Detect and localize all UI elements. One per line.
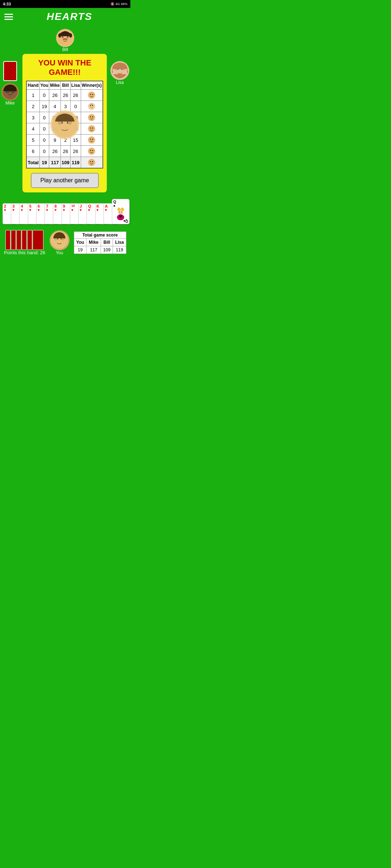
bill-top-area: Bill bbox=[0, 29, 130, 52]
mike-score: 4 bbox=[49, 101, 61, 112]
mike-card-back bbox=[3, 61, 17, 81]
status-bar: 4:33 🔇 4G 66% bbox=[0, 0, 130, 8]
hamburger-line2 bbox=[4, 16, 13, 17]
you-score: 0 bbox=[39, 90, 49, 101]
svg-point-28 bbox=[90, 139, 91, 140]
hand-num: 3 bbox=[26, 112, 39, 123]
lisa-score: 0 bbox=[70, 101, 81, 112]
svg-point-33 bbox=[88, 159, 95, 166]
bill-score: 26 bbox=[61, 146, 71, 157]
winner-cell bbox=[81, 101, 103, 112]
card-deck bbox=[5, 230, 44, 250]
table-row: 2 19 4 3 0 bbox=[26, 101, 103, 112]
deck-card-1 bbox=[5, 230, 10, 250]
svg-rect-51 bbox=[120, 217, 121, 218]
hand-num: 1 bbox=[26, 90, 39, 101]
card-qs[interactable]: Q ♠ Q♠ bbox=[112, 199, 130, 224]
you-score: 0 bbox=[39, 135, 49, 146]
center-content: YOU WIN THE GAME!!! Hand You Mike Bill L… bbox=[19, 54, 110, 192]
mike-name: Mike bbox=[5, 101, 14, 106]
score-panel: YOU WIN THE GAME!!! Hand You Mike Bill L… bbox=[22, 54, 107, 192]
svg-point-6 bbox=[69, 33, 72, 38]
deck-card-5 bbox=[27, 230, 32, 250]
col-winners: Winner(s) bbox=[81, 81, 103, 90]
mike-side-player: Mike bbox=[0, 54, 19, 106]
total-row: Total 19 117 109 119 bbox=[26, 157, 103, 169]
win-message: YOU WIN THE GAME!!! bbox=[26, 58, 103, 77]
play-again-button[interactable]: Play another game bbox=[31, 173, 99, 188]
you-name: You bbox=[56, 250, 63, 255]
app-title: HEARTS bbox=[13, 11, 126, 22]
mini-col-mike: Mike bbox=[87, 239, 101, 246]
header: HEARTS bbox=[0, 8, 130, 25]
bill-score: 26 bbox=[61, 90, 71, 101]
svg-point-27 bbox=[88, 136, 95, 144]
you-container: You bbox=[50, 230, 70, 255]
mike-score: 9 bbox=[49, 135, 61, 146]
svg-point-31 bbox=[90, 150, 91, 151]
mike-score: 26 bbox=[49, 90, 61, 101]
bill-name: Bill bbox=[62, 47, 68, 52]
mike-score: 26 bbox=[49, 112, 61, 123]
svg-point-15 bbox=[88, 92, 95, 99]
you-score: 0 bbox=[39, 146, 49, 157]
winner-cell bbox=[81, 123, 103, 135]
col-you: You bbox=[39, 81, 49, 90]
winner-cell bbox=[81, 146, 103, 157]
battery-icon: 66% bbox=[121, 2, 127, 6]
total-label: Total bbox=[26, 157, 39, 169]
svg-point-16 bbox=[90, 94, 91, 95]
bill-score: 26 bbox=[61, 112, 71, 123]
svg-point-26 bbox=[92, 128, 93, 129]
lisa-avatar bbox=[110, 61, 129, 80]
svg-point-25 bbox=[90, 128, 91, 129]
game-area: Bill bbox=[0, 25, 130, 196]
mini-score-bill: 109 bbox=[101, 246, 113, 254]
svg-point-29 bbox=[92, 139, 93, 140]
menu-button[interactable] bbox=[4, 14, 13, 20]
points-this-hand: Points this hand: 26 bbox=[4, 250, 45, 255]
score-table-container: Hand You Mike Bill Lisa Winner(s) 1 bbox=[26, 81, 103, 169]
bottom-section: Points this hand: 26 You Total game scor… bbox=[0, 227, 130, 258]
mini-score-mike: 117 bbox=[87, 246, 101, 254]
total-mike: 117 bbox=[49, 157, 61, 169]
svg-point-49 bbox=[121, 212, 122, 212]
signal-icon: 4G bbox=[115, 2, 120, 6]
bill-score: 3 bbox=[61, 101, 71, 112]
col-mike: Mike bbox=[49, 81, 61, 90]
lisa-score: 26 bbox=[70, 123, 81, 135]
mini-score-area: Total game score You Mike Bill Lisa 19 1… bbox=[74, 231, 127, 254]
mini-score-title: Total game score bbox=[74, 231, 127, 238]
col-hand: Hand bbox=[26, 81, 39, 90]
col-bill: Bill bbox=[61, 81, 71, 90]
winner-cell bbox=[81, 135, 103, 146]
winner-cell bbox=[81, 112, 103, 123]
total-winner-cell bbox=[81, 157, 103, 169]
svg-point-24 bbox=[88, 125, 95, 132]
svg-point-47 bbox=[118, 209, 123, 215]
you-score: 19 bbox=[39, 101, 49, 112]
mini-score-row: 19 117 109 119 bbox=[74, 246, 126, 254]
bill-score: 26 bbox=[61, 123, 71, 135]
score-table: Hand You Mike Bill Lisa Winner(s) 1 bbox=[26, 81, 103, 169]
mini-col-lisa: Lisa bbox=[113, 239, 126, 246]
total-lisa: 119 bbox=[70, 157, 81, 169]
lisa-score: 26 bbox=[70, 112, 81, 123]
winner-cell bbox=[81, 90, 103, 101]
svg-point-17 bbox=[92, 94, 93, 95]
mini-score-lisa: 119 bbox=[113, 246, 126, 254]
col-lisa: Lisa bbox=[70, 81, 81, 90]
mike-score: 26 bbox=[49, 146, 61, 157]
hand-num: 6 bbox=[26, 146, 39, 157]
svg-point-20 bbox=[92, 105, 93, 106]
lisa-name: Lisa bbox=[116, 80, 124, 85]
mike-score: 26 bbox=[49, 123, 61, 135]
svg-point-19 bbox=[90, 105, 91, 106]
bill-avatar bbox=[56, 29, 74, 47]
mini-score-table: You Mike Bill Lisa 19 117 109 119 bbox=[74, 238, 127, 254]
svg-point-5 bbox=[58, 33, 61, 38]
hamburger-line1 bbox=[4, 14, 13, 15]
mini-col-you: You bbox=[74, 239, 87, 246]
bill-score: 2 bbox=[61, 135, 71, 146]
lisa-score: 26 bbox=[70, 90, 81, 101]
